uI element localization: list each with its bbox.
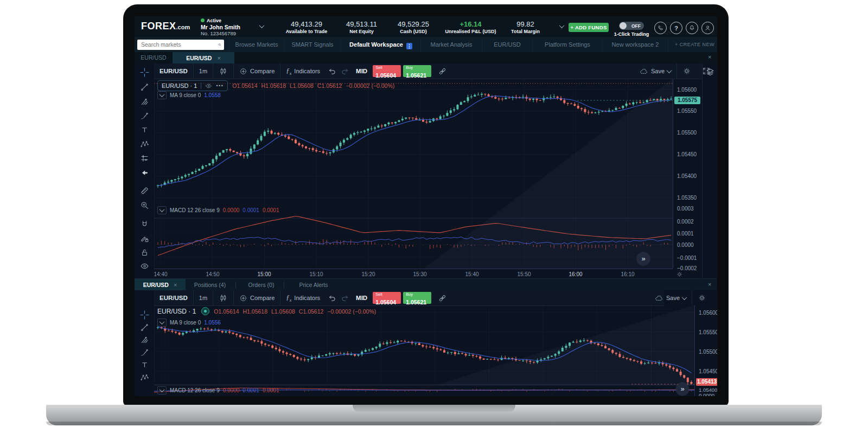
sell-button[interactable]: Sell 1.05604 — [373, 292, 401, 304]
buy-button[interactable]: Buy 1.05621 — [403, 292, 431, 304]
save-layout-button[interactable]: Save — [634, 63, 676, 79]
legend-symbol-box[interactable]: EUR/USD · 1 ••• — [157, 80, 228, 91]
gear-icon — [698, 294, 706, 302]
trend-line-tool[interactable] — [135, 321, 154, 333]
compare-button[interactable]: Compare — [234, 63, 280, 79]
redo-button[interactable] — [339, 290, 352, 305]
collapse-macd-button[interactable] — [157, 206, 167, 214]
hide-drawings-arrow[interactable] — [135, 167, 154, 179]
link-charts-button[interactable] — [432, 290, 452, 305]
xabcd-pattern-tool[interactable] — [135, 138, 154, 150]
laptop-notch — [353, 405, 515, 412]
chart-settings-button[interactable] — [677, 63, 697, 79]
nav-new-workspace-2[interactable]: New workspace 2 — [602, 37, 668, 52]
nav-platform-settings[interactable]: Platform Settings — [532, 37, 602, 52]
position-tool[interactable] — [135, 152, 154, 164]
toolbar-symbol[interactable]: EUR/USD — [154, 290, 193, 305]
search-input[interactable] — [137, 41, 218, 48]
eye-icon[interactable] — [205, 82, 212, 90]
bottom-tab-orders[interactable]: Orders (0) — [241, 279, 282, 291]
pitchfork-tool[interactable] — [135, 334, 154, 346]
measure-tool[interactable] — [135, 184, 154, 196]
magnet-tool[interactable] — [135, 218, 154, 230]
undo-button[interactable] — [326, 63, 339, 79]
layers-icon[interactable] — [703, 66, 717, 78]
collapse-macd-button[interactable] — [157, 386, 167, 394]
account-chevron-icon[interactable] — [259, 23, 265, 28]
toolbar-symbol[interactable]: EUR/USD — [154, 63, 193, 79]
search-markets-box[interactable] — [137, 40, 224, 50]
price-axis[interactable]: 1.05600 1.05550 1.05500 1.05450 1.05400 … — [673, 79, 703, 269]
expand-more-button[interactable]: » — [676, 383, 689, 396]
collapse-indicator-button[interactable] — [157, 91, 167, 99]
mid-price-mode[interactable]: MID — [352, 295, 372, 301]
price-axis[interactable]: 1.05600 1.05550 1.05500 1.05450 1.05413 … — [694, 305, 717, 396]
user-profile-icon[interactable] — [701, 22, 714, 34]
time-tick: 16:10 — [621, 271, 634, 277]
chart-type-candles-icon[interactable] — [213, 290, 233, 305]
fullscreen-button[interactable] — [712, 290, 717, 305]
tab-eurusd-1[interactable]: EUR/USD — [137, 52, 170, 63]
pitchfork-tool[interactable] — [135, 95, 154, 107]
indicator-dot-button[interactable] — [201, 307, 209, 315]
hide-all-drawings-eye-tool[interactable] — [135, 260, 154, 272]
buy-button[interactable]: Buy 1.05621 — [403, 65, 431, 77]
brush-tool[interactable] — [135, 110, 154, 122]
sell-button[interactable]: Sell 1.05604 — [373, 65, 401, 77]
more-options-icon[interactable]: ••• — [216, 83, 224, 88]
top-candlestick-chart[interactable] — [154, 79, 673, 269]
add-funds-button[interactable]: + ADD FUNDS — [569, 23, 609, 32]
chart-settings-button[interactable] — [692, 290, 712, 305]
mid-price-mode[interactable]: MID — [352, 68, 372, 74]
redo-button[interactable] — [339, 63, 352, 79]
indicators-button[interactable]: ƒx Indicators — [280, 290, 326, 305]
one-click-trading-toggle[interactable]: OFF — [619, 22, 644, 30]
macd-value-3: 0.0001 — [263, 387, 279, 393]
undo-button[interactable] — [326, 290, 339, 305]
crosshair-tool[interactable] — [135, 309, 154, 321]
text-tool[interactable] — [135, 359, 154, 371]
brand-tld: .com — [176, 24, 190, 30]
indicators-button[interactable]: ƒx Indicators — [280, 63, 326, 79]
create-new-workspace-button[interactable]: + CREATE NEW — [668, 37, 717, 52]
metrics-chevron-icon[interactable] — [559, 23, 565, 28]
account-menu[interactable]: Active Mr John Smith No. 123456789 — [201, 18, 240, 36]
interval-selector[interactable]: 1m — [194, 290, 213, 305]
bottom-candlestick-chart[interactable] — [154, 305, 694, 385]
close-tab-icon[interactable]: × — [217, 55, 220, 61]
save-layout-button[interactable]: Save — [649, 290, 692, 305]
time-tick: 14:50 — [206, 271, 219, 277]
indicators-label: Indicators — [294, 295, 320, 301]
nav-smart-signals[interactable]: SMART Signals — [284, 37, 341, 52]
link-charts-button[interactable] — [432, 63, 452, 79]
compare-button[interactable]: Compare — [234, 290, 280, 305]
trend-line-tool[interactable] — [135, 81, 154, 93]
xabcd-pattern-tool[interactable] — [135, 371, 154, 383]
help-icon[interactable]: ? — [670, 22, 682, 34]
bottom-tab-eurusd[interactable]: EUR/USD× — [135, 279, 186, 291]
close-panel-icon[interactable]: × — [708, 281, 711, 288]
collapse-indicator-button[interactable] — [157, 318, 167, 327]
nav-default-workspace[interactable]: Default Workspace⋮ — [341, 37, 420, 52]
crosshair-tool[interactable] — [135, 66, 154, 78]
bottom-tab-price-alerts[interactable]: Price Alerts — [289, 279, 338, 291]
lock-drawings-tool[interactable] — [135, 246, 154, 258]
zoom-in-tool[interactable] — [135, 199, 154, 211]
notifications-bell-icon[interactable] — [686, 22, 698, 34]
interval-selector[interactable]: 1m — [194, 63, 213, 79]
close-tab-icon[interactable]: × — [174, 279, 177, 291]
nav-eurusd[interactable]: EUR/USD — [482, 37, 532, 52]
nav-market-analysis[interactable]: Market Analysis — [420, 37, 482, 52]
chart-type-candles-icon[interactable] — [213, 63, 233, 79]
tab-eurusd-2-active[interactable]: EUR/USD× — [173, 52, 234, 63]
phone-icon[interactable] — [654, 22, 667, 34]
stay-in-drawing-mode-tool[interactable] — [135, 232, 154, 244]
bottom-tab-positions[interactable]: Positions (4) — [187, 279, 233, 291]
time-axis[interactable]: 14:40 14:50 15:00 15:10 15:20 15:30 15:4… — [154, 269, 673, 279]
nav-browse-markets[interactable]: Browse Markets — [229, 37, 284, 52]
expand-more-button[interactable]: » — [637, 252, 650, 265]
text-tool[interactable] — [135, 124, 154, 136]
brush-tool[interactable] — [135, 346, 154, 358]
close-panel-icon[interactable]: × — [708, 54, 711, 60]
workspace-menu-icon[interactable]: ⋮ — [406, 43, 412, 49]
